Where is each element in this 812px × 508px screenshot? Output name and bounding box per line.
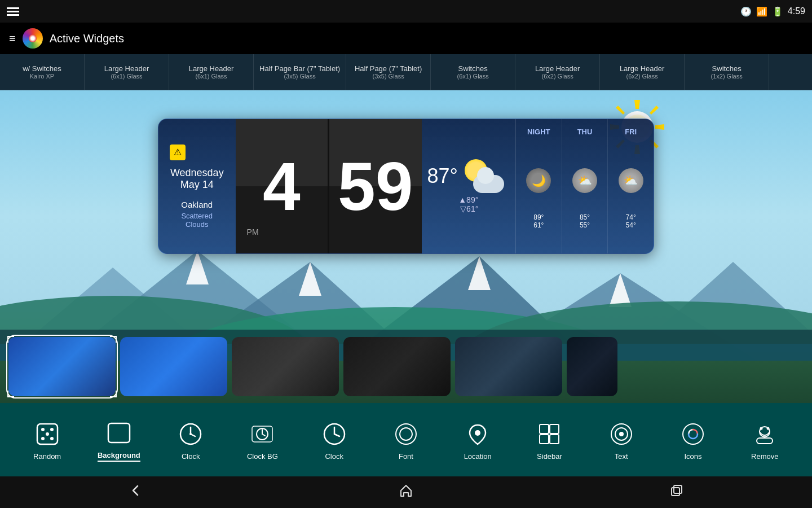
svg-marker-17 <box>655 124 664 130</box>
font-icon <box>391 419 421 449</box>
widget-tab-6[interactable]: Large Header (6x2) Glass <box>515 54 600 90</box>
sidebar-icon <box>535 419 564 449</box>
skin-strip[interactable]: ✕ <box>0 330 812 403</box>
svg-point-55 <box>760 427 763 430</box>
widget-tab-1[interactable]: Large Header (6x1) Glass <box>85 54 169 90</box>
svg-rect-57 <box>672 488 679 496</box>
toolbar-remove[interactable]: Remove <box>742 419 787 461</box>
flip-minute: 59 <box>329 119 422 253</box>
location-label: Location <box>464 452 492 461</box>
svg-rect-45 <box>540 424 549 433</box>
forecast-icon-fri: ⛅ <box>619 168 643 193</box>
random-label: Random <box>33 452 61 461</box>
toolbar-random[interactable]: Random <box>25 419 70 461</box>
svg-point-51 <box>619 432 624 436</box>
widget-clock: PM 4 59 <box>236 119 422 253</box>
svg-rect-30 <box>108 423 130 443</box>
clock-bg-label: Clock BG <box>247 452 278 461</box>
time-period: PM <box>247 227 259 237</box>
bottom-toolbar: Random Background Clock <box>0 403 812 476</box>
svg-line-41 <box>334 434 339 436</box>
lo-temp: ▽61° <box>460 204 478 213</box>
background-icon <box>104 418 134 448</box>
toolbar-location[interactable]: Location <box>455 419 500 461</box>
svg-marker-18 <box>616 106 625 115</box>
widget-tab-0[interactable]: w/ Switches Kairo XP <box>0 54 85 90</box>
font-label: Font <box>399 452 413 461</box>
clock-label: Clock <box>182 452 200 461</box>
toolbar-background[interactable]: Background <box>96 418 142 462</box>
home-button[interactable] <box>398 483 414 502</box>
svg-rect-54 <box>757 438 773 444</box>
text-label: Text <box>615 452 628 461</box>
skin-item-4[interactable] <box>455 337 562 396</box>
widget-tab-7[interactable]: Large Header (6x2) Glass <box>600 54 685 90</box>
widget-tab-4[interactable]: Half Page (7" Tablet) (3x5) Glass <box>346 54 431 90</box>
widget-left-panel: ⚠ Wednesday May 14 Oakland Scattered Clo… <box>158 119 236 253</box>
hi-lo-temps: ▲89° ▽61° <box>458 195 478 213</box>
hour-number: 4 <box>263 152 301 220</box>
widget-forecast: NIGHT THU FRI 🌙 89° 61° ⛅ <box>515 119 654 253</box>
sidebar-label: Sidebar <box>537 452 562 461</box>
remove-icon <box>750 419 779 449</box>
forecast-icon-night: 🌙 <box>526 168 551 193</box>
corner-bl <box>7 391 14 397</box>
icons-tool-icon <box>678 419 708 449</box>
skin-item-1[interactable] <box>120 337 227 396</box>
nav-bar <box>0 476 812 508</box>
warning-icon: ⚠ <box>170 144 186 160</box>
forecast-item-thu: ⛅ 85° 55° <box>562 144 608 253</box>
toolbar-clock2[interactable]: Clock <box>312 419 357 461</box>
toolbar-clock[interactable]: Clock <box>168 419 213 461</box>
svg-point-56 <box>767 427 770 430</box>
svg-line-38 <box>262 434 265 436</box>
text-icon <box>607 419 636 449</box>
widget-tabs-row[interactable]: w/ Switches Kairo XP Large Header (6x1) … <box>0 54 812 90</box>
toolbar-font[interactable]: Font <box>383 419 429 461</box>
widget-current-weather: 87° ▲89° ▽61° <box>422 119 515 253</box>
toolbar-clock-bg[interactable]: Clock BG <box>240 419 285 461</box>
skin-item-2[interactable] <box>232 337 339 396</box>
svg-point-29 <box>41 437 45 440</box>
icons-label: Icons <box>684 452 701 461</box>
svg-rect-58 <box>674 485 682 493</box>
back-button[interactable] <box>127 483 143 502</box>
forecast-temps-night: 89° 61° <box>533 213 544 229</box>
svg-point-25 <box>41 428 45 431</box>
corner-tl <box>7 336 14 343</box>
toolbar-icons[interactable]: Icons <box>670 419 716 461</box>
skin-item-3[interactable] <box>343 337 451 396</box>
svg-point-28 <box>50 428 54 431</box>
main-area: ⚠ Wednesday May 14 Oakland Scattered Clo… <box>0 90 812 403</box>
forecast-icon-thu: ⛅ <box>572 168 597 193</box>
current-temp: 87° <box>427 164 458 188</box>
svg-marker-19 <box>650 106 659 115</box>
forecast-header: NIGHT THU FRI <box>516 119 654 144</box>
svg-point-27 <box>50 437 54 440</box>
forecast-col-night: NIGHT <box>516 119 562 144</box>
widget-tab-5[interactable]: Switches (6x1) Glass <box>431 54 515 90</box>
random-icon <box>33 419 62 449</box>
nav-drawer-icon[interactable]: ≡ <box>9 32 16 45</box>
widget-tab-2[interactable]: Large Header (6x1) Glass <box>169 54 254 90</box>
svg-point-44 <box>475 430 480 436</box>
wifi-icon: 📶 <box>756 6 767 17</box>
status-bar: 🕐 📶 🔋 4:59 <box>0 0 812 23</box>
clock2-label: Clock <box>325 452 343 461</box>
widget-tab-8[interactable]: Switches (1x2) Glass <box>685 54 769 90</box>
hi-temp: ▲89° <box>458 195 478 204</box>
widget-tab-3[interactable]: Half Page Bar (7" Tablet) (3x5) Glass <box>254 54 346 90</box>
weather-widget: ⚠ Wednesday May 14 Oakland Scattered Clo… <box>158 119 654 254</box>
widget-description: Scattered Clouds <box>170 212 224 229</box>
toolbar-text[interactable]: Text <box>599 419 644 461</box>
widget-city: Oakland <box>170 200 224 209</box>
skin-item-5[interactable] <box>567 337 617 396</box>
toolbar-sidebar[interactable]: Sidebar <box>527 419 572 461</box>
svg-rect-47 <box>540 435 549 444</box>
svg-point-52 <box>683 424 703 444</box>
forecast-col-fri: FRI <box>607 119 654 144</box>
skin-item-0[interactable] <box>8 337 116 396</box>
background-label: Background <box>98 451 140 462</box>
hamburger-icon[interactable] <box>7 7 19 16</box>
recents-button[interactable] <box>669 483 685 502</box>
